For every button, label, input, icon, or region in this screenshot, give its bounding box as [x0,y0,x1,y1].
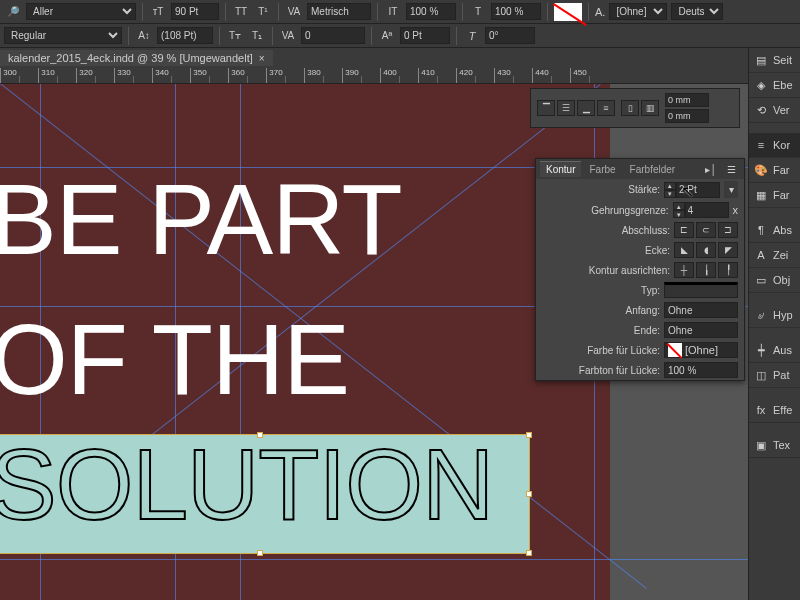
stroke-align-inside-icon[interactable]: ╽ [696,262,716,278]
search-char-icon[interactable]: 🔎 [4,3,22,20]
skew-icon: T [463,27,481,44]
paragraph-icon: ¶ [753,222,769,238]
stroke-icon: ≡ [753,137,769,153]
cap-square-icon[interactable]: ⊐ [718,222,738,238]
ecke-label: Ecke: [542,245,670,256]
align-icon: ┿ [753,342,769,358]
dock-obj[interactable]: ▭Obj [749,268,800,293]
dock-pathfinder[interactable]: ◫Pat [749,363,800,388]
font-style-select[interactable]: Regular [4,27,122,44]
gehrung-label: Gehrungsgrenze: [542,205,669,216]
font-size-input[interactable] [171,3,219,20]
join-miter-icon[interactable]: ◣ [674,242,694,258]
hscale-icon: IT [384,3,402,20]
dock-absatz[interactable]: ¶Abs [749,218,800,243]
tab-kontur[interactable]: Kontur [540,161,581,177]
char-style-select[interactable]: [Ohne] [609,3,667,20]
kerning-input[interactable] [307,3,371,20]
leading-input[interactable] [157,27,213,44]
text-frame-align-panel: ▔ ☰ ▁ ≡ ▯ ▥ [530,88,740,128]
font-size-icon: тT [149,3,167,20]
subscript-icon[interactable]: T₁ [248,27,266,44]
gap-swatch-none-icon [668,343,682,357]
dock-zeichen[interactable]: AZei [749,243,800,268]
dock-hyperlinks[interactable]: ৶Hyp [749,303,800,328]
horizontal-ruler[interactable]: 3003103203303403503603703803904004104204… [0,68,800,84]
baseline-icon: Aª [378,27,396,44]
gehrung-input[interactable] [685,202,729,218]
align-bottom-icon[interactable]: ▁ [577,100,595,116]
align-center-icon[interactable]: ☰ [557,100,575,116]
caps-icon[interactable]: TT [232,3,250,20]
anfang-dropdown[interactable]: Ohne [664,302,738,318]
ende-label: Ende: [542,325,660,336]
pathfinder-icon: ◫ [753,367,769,383]
typ-dropdown[interactable] [664,282,738,298]
dock-ebenen[interactable]: ◈Ebe [749,73,800,98]
col-span-icon[interactable]: ▥ [641,100,659,116]
luecke-farbe-label: Farbe für Lücke: [542,345,660,356]
leading-icon: A↕ [135,27,153,44]
join-bevel-icon[interactable]: ◤ [718,242,738,258]
canvas[interactable]: BE PART OF THE SOLUTION ▔ ☰ ▁ ≡ ▯ ▥ Kont… [0,84,800,600]
panel-collapse-icon[interactable]: ▸│ [702,161,720,178]
close-tab-icon[interactable]: × [259,53,265,64]
ende-dropdown[interactable]: Ohne [664,322,738,338]
luecke-farbe-dropdown[interactable]: [Ohne] [664,342,738,358]
superscript-icon[interactable]: T¹ [254,3,272,20]
lang-select[interactable]: Deutsch [671,3,723,20]
tab-farbfelder[interactable]: Farbfelder [624,162,682,177]
dock-kontur[interactable]: ≡Kor [749,133,800,158]
smallcaps-icon[interactable]: Tᴛ [226,27,244,44]
dock-text[interactable]: ▣Tex [749,433,800,458]
dock-seiten[interactable]: ▤Seit [749,48,800,73]
hscale-input[interactable] [406,3,456,20]
fill-swatch-none[interactable] [554,3,582,21]
stroke-align-center-icon[interactable]: ┼ [674,262,694,278]
control-panel-row2: Regular A↕ Tᴛ T₁ VA Aª T [0,24,800,48]
staerke-dropdown-icon[interactable]: ▾ [724,181,738,198]
dock-effekte[interactable]: fxEffe [749,398,800,423]
skew-input[interactable] [485,27,535,44]
baseline-input[interactable] [400,27,450,44]
dock-farbfelder[interactable]: ▦Far [749,183,800,208]
col-1-icon[interactable]: ▯ [621,100,639,116]
doc-tab[interactable]: kalender_2015_4eck.indd @ 39 % [Umgewand… [0,50,273,66]
canvas-text-line3[interactable]: SOLUTION [0,434,493,534]
color-icon: 🎨 [753,162,769,178]
panel-kontur: Kontur Farbe Farbfelder ▸│ ☰ Stärke: ▴▾ … [535,158,745,381]
stroke-align-outside-icon[interactable]: ╿ [718,262,738,278]
align-top-icon[interactable]: ▔ [537,100,555,116]
vscale-icon: T [469,3,487,20]
canvas-text-line1: BE PART [0,169,402,269]
font-family-select[interactable]: Aller [26,3,136,20]
links-icon: ⟲ [753,102,769,118]
object-icon: ▭ [753,272,769,288]
dock-farbe[interactable]: 🎨Far [749,158,800,183]
doc-tab-bar: kalender_2015_4eck.indd @ 39 % [Umgewand… [0,48,800,68]
tab-farbe[interactable]: Farbe [583,162,621,177]
character-icon: A [753,247,769,263]
luecke-ton-dropdown[interactable]: 100 % [664,362,738,378]
join-round-icon[interactable]: ◖ [696,242,716,258]
gehrung-suffix: x [733,204,739,216]
tracking-input[interactable] [301,27,365,44]
panel-menu-icon[interactable]: ☰ [722,161,740,178]
vscale-input[interactable] [491,3,541,20]
panel-dock: ▤Seit ◈Ebe ⟲Ver ≡Kor 🎨Far ▦Far ¶Abs AZei… [748,48,800,600]
dock-ausrichten[interactable]: ┿Aus [749,338,800,363]
canvas-text-line2: OF THE [0,309,349,409]
layers-icon: ◈ [753,77,769,93]
inset-a-input[interactable] [665,93,709,107]
gehrung-stepper[interactable]: ▴▾ [673,202,729,218]
staerke-stepper[interactable]: ▴▾ [664,182,720,198]
align-justify-icon[interactable]: ≡ [597,100,615,116]
textwrap-icon: ▣ [753,437,769,453]
staerke-input[interactable] [676,182,720,198]
luecke-ton-label: Farbton für Lücke: [542,365,660,376]
hyperlink-icon: ৶ [753,307,769,323]
cap-butt-icon[interactable]: ⊏ [674,222,694,238]
inset-b-input[interactable] [665,109,709,123]
cap-round-icon[interactable]: ⊂ [696,222,716,238]
dock-verknuepfungen[interactable]: ⟲Ver [749,98,800,123]
